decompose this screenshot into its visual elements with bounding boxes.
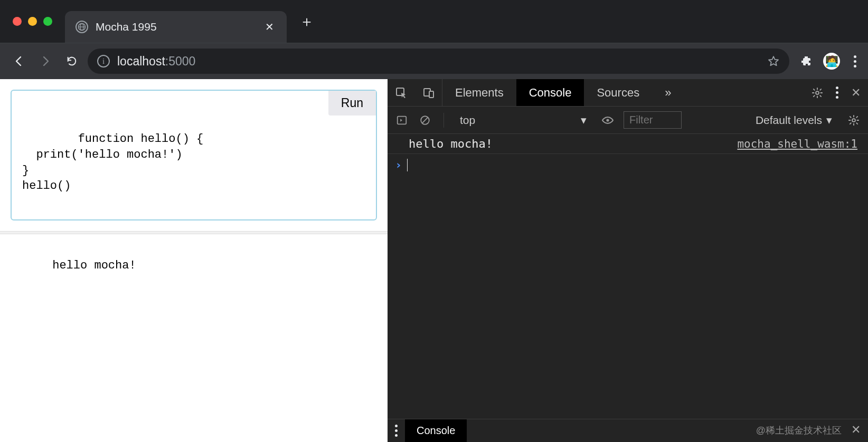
code-text: function hello() { print('hello mocha!')… [22,132,203,193]
tabs-overflow-icon[interactable]: » [652,79,684,106]
globe-icon [76,21,88,33]
live-expression-eye-icon[interactable] [599,112,616,129]
browser-tab[interactable]: Mocha 1995 ✕ [65,11,287,43]
log-levels-select[interactable]: Default levels ▾ [756,114,832,127]
forward-button[interactable] [35,51,56,72]
address-bar[interactable]: i localhost:5000 [88,49,789,74]
reload-button[interactable] [61,51,82,72]
execution-context-select[interactable]: top ▾ [455,112,592,129]
browser-menu-icon[interactable] [851,52,860,71]
drawer-tab-console[interactable]: Console [405,419,467,442]
clear-console-icon[interactable] [417,112,433,128]
profile-avatar[interactable]: 🧑‍💻 [823,53,840,70]
devtools-tabbar: Elements Console Sources » ✕ [388,79,868,107]
chevron-down-icon: ▾ [826,114,832,127]
svg-point-6 [816,91,819,94]
page-viewport: Run function hello() { print('hello moch… [0,79,388,442]
content-area: Run function hello() { print('hello moch… [0,79,868,442]
drawer-menu-icon[interactable] [388,419,405,442]
browser-toolbar: i localhost:5000 🧑‍💻 [0,43,868,79]
svg-point-10 [606,119,609,121]
url-text: localhost:5000 [117,54,195,69]
code-editor[interactable]: Run function hello() { print('hello moch… [11,90,377,220]
tab-title: Mocha 1995 [96,21,258,33]
console-log-row[interactable]: hello mocha! mocha_shell_wasm:1 [388,134,868,154]
tab-console[interactable]: Console [516,79,584,106]
drawer-close-icon[interactable]: ✕ [851,423,861,437]
window-titlebar: Mocha 1995 ✕ ＋ [0,0,868,43]
svg-line-9 [422,117,428,122]
window-maximize-button[interactable] [43,17,52,26]
window-minimize-button[interactable] [28,17,37,26]
watermark-text: @稀土掘金技术社区 [756,424,842,437]
tab-close-icon[interactable]: ✕ [265,21,274,33]
settings-gear-icon[interactable] [812,87,823,99]
console-toolbar: top ▾ Default levels ▾ [388,107,868,134]
toolbar-right: 🧑‍💻 [795,52,860,71]
devtools-drawer: Console @稀土掘金技术社区 ✕ [388,419,868,442]
prompt-caret-icon: › [395,158,402,171]
console-sidebar-toggle-icon[interactable] [394,112,410,128]
devtools-close-icon[interactable]: ✕ [851,86,861,100]
extensions-icon[interactable] [800,55,813,68]
svg-point-11 [852,119,855,122]
devtools-panel: Elements Console Sources » ✕ top [388,79,868,442]
url-port: :5000 [165,54,196,68]
output-text: hello mocha! [52,259,136,272]
run-button[interactable]: Run [328,91,376,116]
bookmark-star-icon[interactable] [767,55,780,68]
output-panel: hello mocha! [0,234,388,297]
chevron-down-icon: ▾ [581,114,587,127]
new-tab-button[interactable]: ＋ [287,12,327,32]
console-prompt[interactable]: › [388,154,868,176]
device-toggle-icon[interactable] [415,79,442,106]
devtools-menu-icon[interactable] [833,83,842,102]
site-info-icon[interactable]: i [97,55,110,68]
text-cursor [407,159,408,171]
context-label: top [460,114,475,127]
traffic-lights [13,17,52,26]
window-close-button[interactable] [13,17,22,26]
tab-sources[interactable]: Sources [584,79,652,106]
console-settings-gear-icon[interactable] [846,112,862,128]
inspect-element-icon[interactable] [388,79,415,106]
log-message: hello mocha! [409,137,493,150]
console-filter-input[interactable] [624,111,682,129]
console-output: hello mocha! mocha_shell_wasm:1 › [388,134,868,176]
log-source-link[interactable]: mocha_shell_wasm:1 [737,138,857,150]
tab-elements[interactable]: Elements [442,79,516,106]
url-host: localhost [117,54,165,68]
svg-rect-5 [429,91,433,98]
back-button[interactable] [8,51,30,72]
levels-label: Default levels [756,114,822,127]
